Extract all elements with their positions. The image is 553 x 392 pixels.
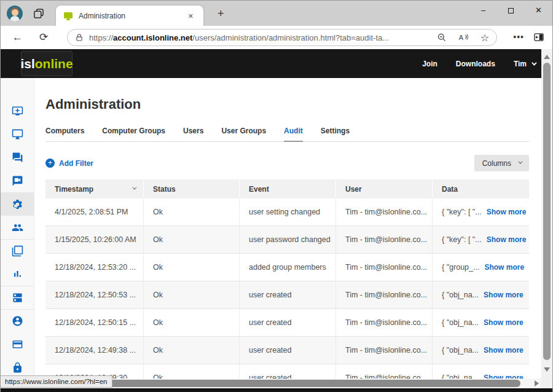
tab-title: Administration xyxy=(79,12,186,20)
sidebar-item-settings[interactable] xyxy=(1,192,34,216)
cell-data: { "group_... Show more xyxy=(433,254,529,281)
data-json-preview: { "key": [ "... xyxy=(442,235,482,244)
show-more-link[interactable]: Show more xyxy=(484,263,524,272)
data-json-preview: { "group_... xyxy=(442,263,479,272)
cell-status: Ok xyxy=(144,198,240,225)
new-tab-button[interactable]: + xyxy=(214,1,228,26)
sidebar-item-reports[interactable] xyxy=(1,262,34,286)
islonline-logo[interactable]: islonline xyxy=(21,51,73,76)
column-header-user[interactable]: User xyxy=(336,179,433,198)
sidebar-item-servers[interactable] xyxy=(1,286,34,309)
column-header-data[interactable]: Data xyxy=(433,179,529,198)
cell-data: { "obj_na... Show more xyxy=(433,309,529,336)
column-header-event[interactable]: Event xyxy=(240,179,336,198)
back-button[interactable]: ← xyxy=(12,26,23,49)
sidebar-item-new-session[interactable] xyxy=(1,99,34,122)
cell-timestamp: 12/18/2024, 12:53:20 ... xyxy=(45,254,144,281)
zoom-out-icon[interactable] xyxy=(437,33,447,42)
sidebar-item-account[interactable] xyxy=(1,309,34,332)
tab-users[interactable]: Users xyxy=(183,127,203,141)
scroll-right-arrow-icon[interactable] xyxy=(535,380,539,386)
column-header-timestamp[interactable]: Timestamp xyxy=(45,179,144,198)
tab-computers[interactable]: Computers xyxy=(45,127,84,141)
browser-profile-avatar[interactable] xyxy=(7,6,23,22)
vertical-scrollbar-thumb[interactable] xyxy=(543,63,551,360)
tab-audit[interactable]: Audit xyxy=(284,127,303,142)
table-row[interactable]: 12/18/2024, 12:53:20 ... Ok added group … xyxy=(45,254,529,281)
sidebar-item-video-chat[interactable] xyxy=(1,169,34,192)
show-more-link[interactable]: Show more xyxy=(484,291,524,299)
read-aloud-icon[interactable]: A xyxy=(458,33,469,42)
scroll-up-arrow-icon[interactable] xyxy=(544,55,550,59)
table-row[interactable]: 4/1/2025, 2:08:51 PM Ok user setting cha… xyxy=(45,198,529,226)
users-icon xyxy=(12,222,23,233)
table-controls: + Add Filter Columns xyxy=(45,155,529,171)
sessions-icon xyxy=(12,245,23,257)
tab-settings[interactable]: Settings xyxy=(321,127,350,141)
sidebar-item-billing[interactable] xyxy=(1,332,34,356)
user-menu[interactable]: Tim xyxy=(514,60,535,68)
cell-event: user setting changed xyxy=(240,198,336,225)
cell-user: Tim - tim@islonline.co... xyxy=(336,281,433,308)
browser-tab-administration[interactable]: Administration ✕ xyxy=(56,6,203,26)
browser-tab-strip: Administration ✕ + – ✕ xyxy=(0,0,553,26)
sidebar-item-computers[interactable] xyxy=(1,122,34,146)
navbar-link-join[interactable]: Join xyxy=(422,60,437,68)
horizontal-scrollbar-thumb[interactable] xyxy=(44,380,520,387)
sidebar-item-users[interactable] xyxy=(1,216,34,239)
data-json-preview: { "key": [ "... xyxy=(442,208,482,216)
page-title: Administration xyxy=(45,96,529,112)
vertical-scrollbar[interactable] xyxy=(541,49,552,392)
tab-user-groups[interactable]: User Groups xyxy=(221,127,266,141)
status-bar-link-tooltip: https://www.islonline.com/?hl=en xyxy=(1,375,112,388)
navbar-link-downloads[interactable]: Downloads xyxy=(456,60,495,68)
table-row[interactable]: 12/18/2024, 12:49:38 ... Ok user created… xyxy=(45,337,529,364)
cell-timestamp: 12/18/2024, 12:49:38 ... xyxy=(45,337,144,364)
cell-timestamp: 12/18/2024, 12:50:53 ... xyxy=(45,281,144,308)
table-row[interactable]: 12/18/2024, 12:50:53 ... Ok user created… xyxy=(45,281,529,309)
sidebar-item-sessions[interactable] xyxy=(1,239,34,262)
show-more-link[interactable]: Show more xyxy=(487,208,527,216)
show-more-link[interactable]: Show more xyxy=(484,318,524,327)
address-bar[interactable]: https://account.islonline.net/users/admi… xyxy=(67,29,497,46)
tab-computer-groups[interactable]: Computer Groups xyxy=(102,127,165,141)
security-icon xyxy=(12,362,23,374)
cell-data: { "key": [ "... Show more xyxy=(433,198,529,225)
add-filter-button[interactable]: + Add Filter xyxy=(45,159,93,168)
workspaces-icon[interactable] xyxy=(33,7,45,20)
cell-timestamp: 12/18/2024, 12:50:15 ... xyxy=(45,309,144,336)
minimize-button[interactable]: – xyxy=(469,1,497,20)
tab-close-icon[interactable]: ✕ xyxy=(186,11,196,22)
url-text: https://account.islonline.net/users/admi… xyxy=(89,33,437,42)
refresh-button[interactable]: ⟳ xyxy=(39,26,48,49)
split-screen-icon[interactable] xyxy=(533,32,544,42)
close-window-button[interactable]: ✕ xyxy=(525,1,552,20)
data-json-preview: { "obj_na... xyxy=(442,346,479,355)
column-header-status[interactable]: Status xyxy=(144,179,240,198)
plus-circle-icon: + xyxy=(45,159,55,168)
sidebar-item-chat[interactable] xyxy=(1,146,34,169)
cell-status: Ok xyxy=(144,309,240,336)
maximize-button[interactable] xyxy=(497,1,525,20)
url-host: account.islonline.net xyxy=(113,33,192,42)
avatar-face xyxy=(12,9,18,16)
data-json-preview: { "obj_na... xyxy=(442,291,479,299)
table-header-row: Timestamp Status Event User Data xyxy=(45,179,529,198)
scroll-down-arrow-icon[interactable] xyxy=(544,367,550,372)
table-row[interactable]: 1/15/2025, 10:26:00 AM Ok user password … xyxy=(45,226,529,254)
show-more-link[interactable]: Show more xyxy=(484,346,524,355)
cell-user: Tim - tim@islonline.co... xyxy=(336,254,433,281)
url-scheme: https:// xyxy=(89,33,113,42)
columns-button[interactable]: Columns xyxy=(474,155,529,171)
favorites-star-icon[interactable]: ☆ xyxy=(480,32,489,44)
browser-menu-button[interactable]: ••• xyxy=(513,26,524,49)
add-filter-label: Add Filter xyxy=(59,159,93,168)
cell-user: Tim - tim@islonline.co... xyxy=(336,198,433,225)
computers-icon xyxy=(12,128,23,140)
sidebar xyxy=(1,78,34,392)
cell-user: Tim - tim@islonline.co... xyxy=(336,337,433,364)
columns-button-label: Columns xyxy=(482,159,511,168)
show-more-link[interactable]: Show more xyxy=(487,235,527,244)
chevron-down-icon xyxy=(531,60,536,65)
table-row[interactable]: 12/18/2024, 12:50:15 ... Ok user created… xyxy=(45,309,529,337)
